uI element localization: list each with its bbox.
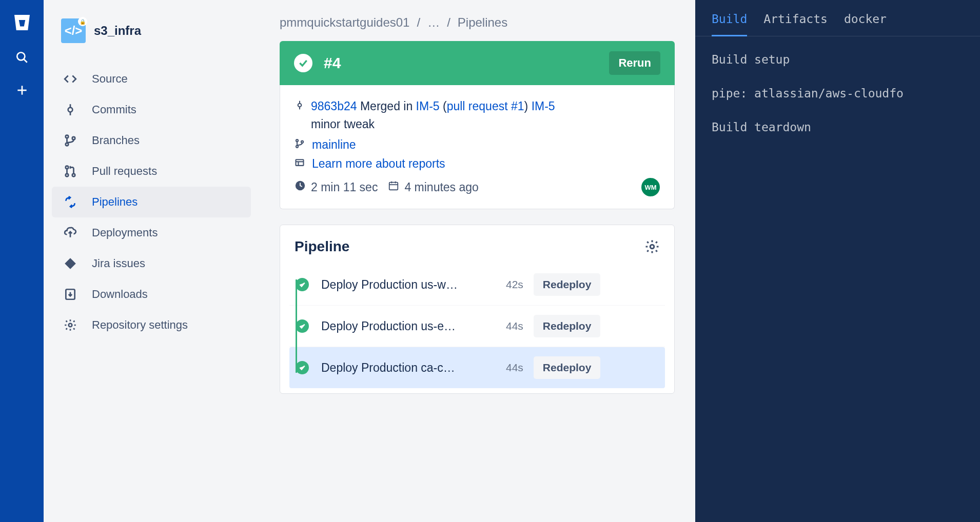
branch-icon (295, 138, 305, 152)
log-line[interactable]: pipe: atlassian/aws-cloudfo (712, 87, 964, 100)
sidebar-item-pipelines[interactable]: Pipelines (52, 187, 251, 217)
sidebar-item-jira-issues[interactable]: Jira issues (52, 248, 251, 279)
sidebar-item-label: Downloads (92, 288, 148, 301)
pipeline-steps-list: Deploy Production us-w… 42s Redeploy Dep… (280, 264, 674, 388)
sidebar-item-pull-requests[interactable]: Pull requests (52, 156, 251, 187)
breadcrumb-current[interactable]: Pipelines (458, 15, 507, 30)
redeploy-button[interactable]: Redeploy (534, 315, 601, 337)
tab-build[interactable]: Build (712, 12, 747, 36)
svg-point-7 (66, 135, 68, 138)
svg-rect-27 (389, 183, 398, 190)
sidebar-item-commits[interactable]: Commits (52, 94, 251, 125)
step-name: Deploy Production us-w… (321, 278, 496, 292)
sidebar-item-branches[interactable]: Branches (52, 125, 251, 156)
status-success-icon (294, 54, 312, 72)
repo-name: s3_infra (94, 24, 141, 38)
sidebar-item-label: Commits (92, 103, 136, 116)
step-time: 44s (506, 362, 523, 374)
cloud-upload-icon (63, 226, 77, 240)
svg-point-9 (72, 137, 75, 139)
svg-point-17 (298, 104, 302, 107)
pipeline-summary-card: 9863b24 Merged in IM-5 (pull request #1)… (280, 85, 675, 209)
global-rail (0, 0, 44, 522)
create-icon[interactable] (14, 82, 30, 98)
step-name: Deploy Production ca-c… (321, 361, 496, 375)
tab-docker[interactable]: docker (844, 12, 887, 31)
pull-request-icon (63, 164, 77, 178)
pr-link[interactable]: pull request #1 (447, 99, 524, 113)
main-content: pmmquickstartguides01 / … / Pipelines #4… (259, 0, 695, 522)
clock-icon (295, 180, 306, 194)
commit-icon (63, 103, 77, 117)
svg-point-11 (66, 174, 68, 176)
commit-text: 9863b24 Merged in IM-5 (pull request #1)… (311, 97, 660, 133)
commit-hash-link[interactable]: 9863b24 (311, 99, 357, 113)
sidebar-item-deployments[interactable]: Deployments (52, 217, 251, 248)
breadcrumb-sep: / (447, 15, 450, 30)
reports-icon (295, 157, 305, 171)
code-icon (63, 72, 77, 86)
lock-icon: 🔒 (78, 17, 87, 26)
logs-panel: Build Artifacts docker Build setup pipe:… (695, 0, 980, 522)
svg-point-4 (68, 108, 73, 112)
log-output: Build setup pipe: atlassian/aws-cloudfo … (695, 36, 980, 150)
branch-icon (63, 133, 77, 148)
sidebar-item-label: Jira issues (92, 257, 145, 270)
svg-point-16 (69, 324, 72, 327)
issue-link[interactable]: IM-5 (416, 99, 440, 113)
svg-line-1 (24, 59, 27, 63)
pipeline-step-row[interactable]: Deploy Production us-e… 44s Redeploy (289, 306, 665, 347)
step-success-icon (296, 278, 309, 291)
breadcrumb-ellipsis[interactable]: … (427, 15, 440, 30)
search-icon[interactable] (14, 49, 30, 66)
commit-icon (295, 97, 305, 115)
sidebar-item-label: Pipelines (92, 195, 138, 209)
log-line[interactable]: Build teardown (712, 121, 964, 134)
log-line[interactable]: Build setup (712, 53, 964, 66)
svg-point-10 (66, 166, 68, 169)
sidebar-item-label: Source (92, 72, 128, 86)
step-time: 42s (506, 278, 523, 291)
repo-header[interactable]: </> 🔒 s3_infra (52, 12, 251, 49)
sidebar-item-repo-settings[interactable]: Repository settings (52, 310, 251, 340)
pipeline-banner: #4 Rerun (280, 41, 675, 85)
reports-link[interactable]: Learn more about reports (312, 157, 445, 171)
branch-link[interactable]: mainline (312, 138, 356, 152)
svg-point-31 (650, 245, 654, 249)
svg-point-21 (296, 146, 298, 148)
breadcrumb-project[interactable]: pmmquickstartguides01 (280, 15, 409, 30)
pipeline-step-row[interactable]: Deploy Production us-w… 42s Redeploy (289, 264, 665, 306)
step-time: 44s (506, 320, 523, 332)
settings-gear-icon[interactable] (644, 239, 660, 254)
gear-icon (63, 318, 77, 332)
svg-rect-23 (296, 159, 304, 166)
sidebar-item-label: Branches (92, 134, 140, 147)
sidebar-item-downloads[interactable]: Downloads (52, 279, 251, 310)
sidebar-item-label: Pull requests (92, 165, 157, 178)
rerun-button[interactable]: Rerun (609, 51, 660, 75)
bitbucket-logo-icon[interactable] (12, 12, 32, 33)
svg-point-0 (17, 52, 25, 60)
step-success-icon (296, 361, 309, 374)
sidebar-item-source[interactable]: Source (52, 64, 251, 94)
section-title: Pipeline (295, 238, 349, 255)
log-tabs: Build Artifacts docker (695, 12, 980, 36)
redeploy-button[interactable]: Redeploy (534, 356, 601, 379)
svg-point-22 (301, 141, 303, 143)
step-success-icon (296, 319, 309, 333)
calendar-icon (388, 180, 399, 194)
pipeline-steps-section: Pipeline Deploy Production us-w… 42s Red… (280, 225, 675, 394)
step-name: Deploy Production us-e… (321, 319, 496, 333)
svg-point-20 (296, 139, 298, 142)
download-icon (63, 287, 77, 302)
avatar[interactable]: WM (641, 178, 660, 196)
duration: 2 min 11 sec (295, 180, 378, 194)
svg-point-8 (66, 143, 68, 146)
tab-artifacts[interactable]: Artifacts (763, 12, 828, 31)
pipelines-icon (63, 195, 77, 209)
jira-icon (63, 256, 77, 271)
redeploy-button[interactable]: Redeploy (534, 273, 601, 296)
breadcrumb-sep: / (417, 15, 420, 30)
issue-link[interactable]: IM-5 (532, 99, 555, 113)
pipeline-step-row[interactable]: Deploy Production ca-c… 44s Redeploy (289, 347, 665, 388)
